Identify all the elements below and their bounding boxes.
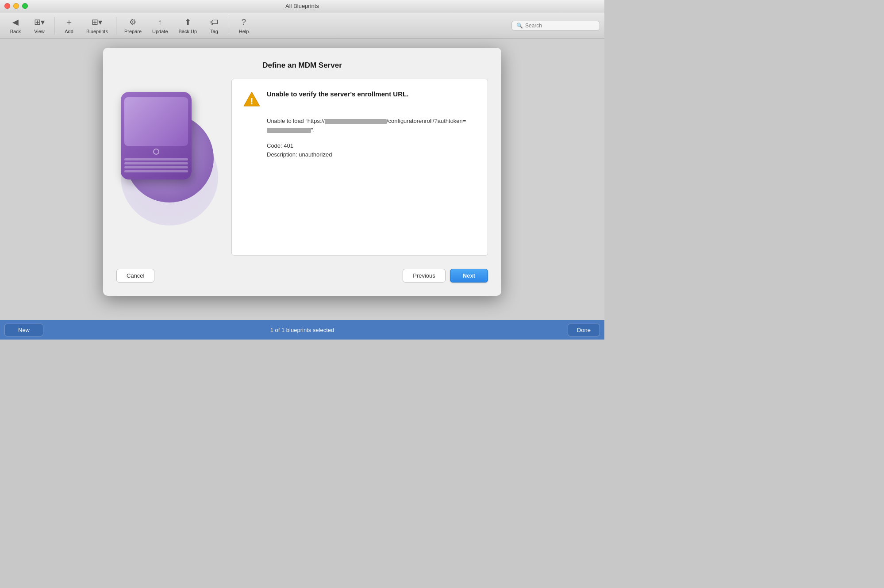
- maximize-button[interactable]: [22, 3, 28, 9]
- update-icon: ↑: [155, 17, 165, 27]
- ipad-screen: [124, 97, 188, 146]
- back-button[interactable]: ◀ Back: [4, 15, 27, 36]
- backup-label: Back Up: [179, 29, 197, 34]
- toolbar: ◀ Back ⊞▾ View ＋ Add ⊞▾ Blueprints ⚙ Pre…: [0, 12, 604, 39]
- update-label: Update: [152, 29, 168, 34]
- tag-button[interactable]: 🏷 Tag: [203, 15, 225, 36]
- close-button[interactable]: [4, 3, 10, 9]
- error-title: Unable to verify the server's enrollment…: [267, 90, 408, 98]
- dialog-footer: Cancel Previous Next: [116, 264, 488, 283]
- error-code: Code: 401: [267, 141, 477, 151]
- prepare-button[interactable]: ⚙ Prepare: [120, 15, 146, 36]
- help-label: Help: [239, 29, 249, 34]
- help-icon: ?: [238, 17, 249, 27]
- warning-icon: !: [243, 91, 261, 109]
- blueprints-icon: ⊞▾: [92, 17, 102, 27]
- traffic-lights: [4, 3, 28, 9]
- button-group: Previous Next: [403, 269, 488, 283]
- error-body: Unable to load “https:// /configuratoren…: [267, 117, 477, 160]
- view-icon: ⊞▾: [34, 17, 45, 27]
- ipad-body: [121, 92, 192, 179]
- tag-icon: 🏷: [209, 17, 219, 27]
- search-box[interactable]: 🔍: [511, 21, 600, 31]
- toolbar-separator-2: [116, 17, 116, 34]
- ipad-lines: [124, 158, 188, 172]
- ipad-line-2: [124, 162, 188, 164]
- toolbar-separator-3: [229, 17, 229, 34]
- backup-button[interactable]: ⬆ Back Up: [174, 15, 202, 36]
- ipad-home-button: [153, 149, 159, 155]
- svg-text:!: !: [250, 96, 254, 106]
- error-url: Unable to load “https:// /configuratoren…: [267, 117, 477, 135]
- add-button[interactable]: ＋ Add: [58, 15, 80, 36]
- blurred-url-2: [267, 128, 311, 133]
- cancel-button[interactable]: Cancel: [116, 269, 154, 283]
- view-button[interactable]: ⊞▾ View: [28, 15, 50, 36]
- minimize-button[interactable]: [13, 3, 19, 9]
- backup-icon: ⬆: [182, 17, 193, 27]
- add-label: Add: [65, 29, 73, 34]
- error-header: ! Unable to verify the server's enrollme…: [243, 90, 477, 109]
- error-url-suffix: /configuratorenroll/?authtoken=: [387, 118, 466, 124]
- blurred-url-1: [325, 119, 387, 124]
- prepare-label: Prepare: [124, 29, 142, 34]
- back-icon: ◀: [10, 17, 21, 27]
- next-button[interactable]: Next: [450, 269, 488, 283]
- search-input[interactable]: [525, 23, 595, 29]
- dialog-title: Define an MDM Server: [116, 61, 488, 70]
- update-button[interactable]: ↑ Update: [148, 15, 172, 36]
- device-illustration: [121, 92, 209, 179]
- bottom-bar: New 1 of 1 blueprints selected Done: [0, 320, 604, 340]
- new-button[interactable]: New: [4, 324, 43, 336]
- view-label: View: [34, 29, 45, 34]
- error-url-end: ”.: [311, 127, 315, 134]
- blueprints-label: Blueprints: [86, 29, 108, 34]
- dialog-inner: ! Unable to verify the server's enrollme…: [116, 79, 488, 256]
- window-title: All Blueprints: [285, 3, 319, 9]
- add-icon: ＋: [64, 17, 74, 27]
- ipad-line-1: [124, 158, 188, 160]
- search-icon: 🔍: [516, 23, 523, 29]
- dialog-panel: Define an MDM Server: [103, 48, 501, 296]
- blueprints-button[interactable]: ⊞▾ Blueprints: [82, 15, 112, 36]
- previous-button[interactable]: Previous: [403, 269, 446, 283]
- done-button[interactable]: Done: [568, 324, 600, 336]
- back-label: Back: [10, 29, 21, 34]
- ipad-line-3: [124, 166, 188, 168]
- ipad-line-4: [124, 170, 188, 172]
- illustration-area: [116, 79, 223, 256]
- prepare-icon: ⚙: [127, 17, 138, 27]
- tag-label: Tag: [210, 29, 218, 34]
- error-url-prefix: Unable to load “https://: [267, 118, 325, 124]
- error-box: ! Unable to verify the server's enrollme…: [231, 79, 488, 256]
- error-description: Description: unauthorized: [267, 150, 477, 160]
- toolbar-separator-1: [54, 17, 54, 34]
- help-button[interactable]: ? Help: [233, 15, 255, 36]
- main-content: Define an MDM Server: [0, 39, 604, 320]
- status-label: 1 of 1 blueprints selected: [270, 327, 334, 333]
- title-bar: All Blueprints: [0, 0, 604, 12]
